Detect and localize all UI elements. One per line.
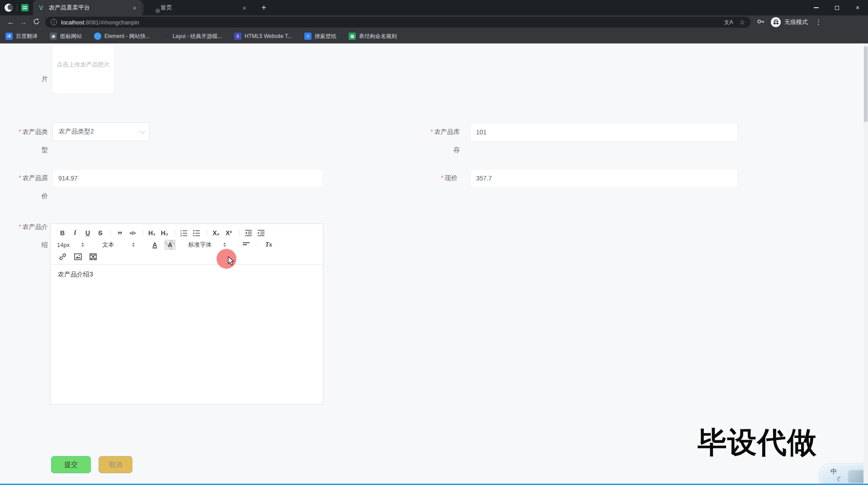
heading2-button[interactable]: H₂ (159, 228, 170, 238)
reload-button[interactable] (30, 18, 42, 27)
url-host: localhost (61, 19, 84, 26)
back-button[interactable]: ← (5, 18, 17, 26)
submit-button[interactable]: 提交 (51, 456, 91, 473)
link-button[interactable] (57, 252, 68, 262)
ime-language: 中 (830, 467, 837, 476)
bookmark-element[interactable]: Element - 网站快... (94, 33, 150, 40)
required-mark: * (19, 128, 21, 135)
bookmark-layui[interactable]: ♪ Layui - 经典开源模... (162, 33, 222, 40)
bookmark-label: 表结构命名规则 (359, 33, 397, 40)
photo-label-fragment: 片 (0, 75, 48, 83)
format-select[interactable]: 文本 (102, 241, 135, 249)
align-button[interactable] (241, 240, 251, 250)
italic-button[interactable]: I (70, 228, 80, 238)
indent-icon (257, 229, 265, 237)
unordered-list-icon (193, 229, 200, 237)
browser-logo-icon (5, 4, 13, 12)
font-size-select[interactable]: 14px (57, 242, 84, 248)
restore-button[interactable] (826, 0, 847, 15)
updown-icon (132, 242, 135, 247)
stock-input[interactable] (470, 123, 738, 141)
tab-title: 农产品直卖平台 (49, 4, 127, 12)
translate-icon[interactable]: 文A (724, 19, 733, 26)
unordered-list-button[interactable] (191, 228, 202, 238)
page-scrollbar[interactable] (863, 43, 868, 485)
ime-indicator[interactable]: 中 ☾ (819, 463, 868, 485)
bold-button[interactable]: B (57, 228, 68, 238)
required-mark: * (431, 128, 433, 135)
updown-icon (81, 242, 84, 247)
editor-content-area[interactable]: 农产品介绍3 (51, 265, 323, 285)
bookmark-html5-template[interactable]: 5 HTML5 Website T... (234, 33, 292, 40)
bookmark-favicon: 译 (5, 33, 13, 40)
required-mark: * (19, 223, 21, 230)
underline-button[interactable]: U (82, 228, 93, 238)
original-price-input[interactable] (52, 169, 323, 187)
tab-close-icon[interactable]: × (131, 5, 138, 11)
pinned-tab-icon[interactable] (21, 4, 28, 11)
cancel-button[interactable]: 取消 (99, 456, 132, 473)
bookmark-label: 搜索壁纸 (315, 33, 336, 40)
page-info-icon[interactable]: i (51, 19, 57, 25)
align-icon (243, 242, 250, 247)
restore-icon (835, 6, 839, 10)
image-button[interactable] (72, 252, 83, 262)
outdent-icon (245, 229, 252, 237)
heading1-button[interactable]: H₁ (146, 228, 157, 238)
browser-window: V 农产品直卖平台 × 首页 × + × ← → i localhost (0, 0, 868, 485)
forward-button[interactable]: → (17, 18, 30, 26)
indent-button[interactable] (255, 228, 266, 238)
text-color-button[interactable]: A (149, 240, 160, 250)
scrollbar-thumb[interactable] (864, 46, 868, 122)
tab-close-icon[interactable]: × (241, 5, 248, 11)
required-mark: * (441, 174, 443, 181)
current-price-input[interactable] (470, 169, 738, 187)
bookmark-favicon: ▣ (50, 33, 57, 40)
new-tab-button[interactable]: + (259, 1, 269, 14)
highlight-color-button[interactable]: A (165, 240, 175, 250)
video-button[interactable] (88, 252, 99, 262)
strikethrough-button[interactable]: S (95, 228, 106, 238)
close-button[interactable]: × (847, 0, 868, 15)
bookmark-naming-rules[interactable]: ▦ 表结构命名规则 (349, 33, 397, 40)
browser-menu-icon[interactable]: ⋮ (815, 18, 822, 26)
type-select[interactable]: 农产品类型2 (52, 122, 150, 141)
stock-label: *农产品库 (407, 128, 460, 136)
bookmark-star-icon[interactable]: ☆ (739, 19, 745, 26)
original-price-label-line2: 价 (0, 192, 48, 200)
blockquote-button[interactable]: ” (114, 228, 125, 238)
intro-label-line2: 绍 (0, 241, 48, 249)
reload-icon (33, 18, 40, 25)
bookmark-favicon: 5 (234, 33, 241, 40)
address-toolbar: ← → i localhost :8081/#/nongchanpin 文A ☆… (0, 15, 868, 29)
bookmark-wallpaper[interactable]: ≡ 搜索壁纸 (304, 33, 336, 40)
watermark-text: 毕设代做 (698, 423, 817, 462)
chevron-down-icon (139, 128, 145, 134)
tab-home[interactable]: 首页 × (145, 0, 252, 15)
clear-format-button[interactable]: Tx (263, 240, 274, 250)
current-price-label: *现价 (407, 174, 458, 182)
address-bar[interactable]: i localhost :8081/#/nongchanpin 文A ☆ (45, 17, 750, 28)
ordered-list-icon: 123 (180, 229, 188, 237)
font-family-select[interactable]: 标准字体 (188, 241, 226, 249)
photo-upload-dropzone[interactable] (52, 44, 115, 94)
subscript-button[interactable]: X₂ (211, 228, 222, 238)
incognito-profile-chip[interactable]: 无痕模式 (771, 17, 808, 27)
bookmark-label: Layui - 经典开源模... (173, 33, 222, 40)
bookmark-icon-site[interactable]: ▣ 图标网站 (50, 33, 82, 40)
bookmark-label: HTML5 Website T... (245, 33, 292, 39)
video-icon (90, 253, 97, 260)
tab-strip: V 农产品直卖平台 × 首页 × + × (0, 0, 868, 15)
minimize-button[interactable] (806, 0, 826, 15)
superscript-button[interactable]: X² (223, 228, 234, 238)
tab-nongchanpin[interactable]: V 农产品直卖平台 × (33, 0, 142, 15)
outdent-button[interactable] (243, 228, 254, 238)
tab-divider (143, 4, 144, 12)
bookmark-label: 图标网站 (60, 33, 82, 40)
upload-placeholder: 点击上传农产品照片 (52, 61, 115, 69)
ordered-list-button[interactable]: 123 (179, 228, 189, 238)
password-key-icon[interactable] (757, 18, 764, 27)
code-button[interactable]: </> (127, 228, 138, 238)
bookmark-baidu-translate[interactable]: 译 百度翻译 (5, 33, 38, 40)
intro-label: *农产品介 (0, 223, 48, 231)
